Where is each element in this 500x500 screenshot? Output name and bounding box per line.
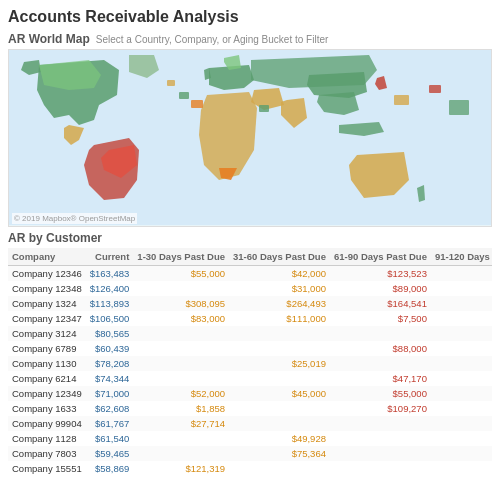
table-row[interactable]: Company 1633$62,608$1,858$109,270 — [8, 401, 492, 416]
world-map[interactable]: © 2019 Mapbox® OpenStreetMap — [8, 49, 492, 227]
table-row[interactable]: Company 12349$71,000$52,000$45,000$55,00… — [8, 386, 492, 401]
table-cell-d61_90: $164,541 — [330, 296, 431, 311]
table-cell-current: $61,540 — [86, 431, 134, 446]
table-cell-d61_90: $55,000 — [330, 386, 431, 401]
page-title: Accounts Receivable Analysis — [8, 8, 492, 26]
table-cell-d61_90: $123,523 — [330, 266, 431, 282]
table-row[interactable]: Company 12346$163,483$55,000$42,000$123,… — [8, 266, 492, 282]
table-cell-d1_30 — [133, 356, 229, 371]
table-cell-company: Company 12347 — [8, 311, 86, 326]
col-1-30[interactable]: 1-30 Days Past Due — [133, 248, 229, 266]
table-cell-d91_120 — [431, 401, 492, 416]
table-cell-d31_60: $45,000 — [229, 386, 330, 401]
table-cell-company: Company 12349 — [8, 386, 86, 401]
table-cell-d91_120 — [431, 356, 492, 371]
table-cell-d31_60: $25,019 — [229, 356, 330, 371]
table-cell-d61_90: $109,270 — [330, 401, 431, 416]
table-cell-d1_30 — [133, 446, 229, 461]
table-cell-d61_90 — [330, 326, 431, 341]
table-cell-d1_30: $52,000 — [133, 386, 229, 401]
table-cell-current: $80,565 — [86, 326, 134, 341]
table-row[interactable]: Company 3124$80,565 — [8, 326, 492, 341]
table-row[interactable]: Company 99904$61,767$27,714 — [8, 416, 492, 431]
svg-rect-7 — [179, 92, 189, 99]
table-cell-d31_60: $42,000 — [229, 266, 330, 282]
table-row[interactable]: Company 1128$61,540$49,928 — [8, 431, 492, 446]
table-cell-d91_120 — [431, 431, 492, 446]
table-cell-d1_30: $55,000 — [133, 266, 229, 282]
table-cell-company: Company 1130 — [8, 356, 86, 371]
table-cell-d31_60 — [229, 416, 330, 431]
table-cell-current: $60,439 — [86, 341, 134, 356]
col-company[interactable]: Company — [8, 248, 86, 266]
table-cell-current: $74,344 — [86, 371, 134, 386]
table-cell-d91_120 — [431, 326, 492, 341]
table-cell-d31_60 — [229, 326, 330, 341]
table-cell-d1_30: $27,714 — [133, 416, 229, 431]
table-cell-d91_120 — [431, 281, 492, 296]
table-cell-d1_30: $308,095 — [133, 296, 229, 311]
table-row[interactable]: Company 6789$60,439$88,000 — [8, 341, 492, 356]
table-cell-company: Company 12348 — [8, 281, 86, 296]
table-header-row: Company Current 1-30 Days Past Due 31-60… — [8, 248, 492, 266]
col-61-90[interactable]: 61-90 Days Past Due — [330, 248, 431, 266]
table-cell-d1_30 — [133, 371, 229, 386]
table-cell-company: Company 12346 — [8, 266, 86, 282]
table-cell-d31_60 — [229, 371, 330, 386]
table-cell-company: Company 3124 — [8, 326, 86, 341]
table-cell-d61_90: $47,170 — [330, 371, 431, 386]
table-cell-company: Company 1324 — [8, 296, 86, 311]
table-cell-current: $59,465 — [86, 446, 134, 461]
table-cell-d91_120 — [431, 386, 492, 401]
table-cell-current: $106,500 — [86, 311, 134, 326]
table-cell-company: Company 99904 — [8, 416, 86, 431]
table-cell-company: Company 6214 — [8, 371, 86, 386]
table-cell-current: $62,608 — [86, 401, 134, 416]
table-label: AR by Customer — [8, 231, 102, 245]
table-cell-current: $61,767 — [86, 416, 134, 431]
table-cell-d1_30 — [133, 341, 229, 356]
table-cell-d61_90: $88,000 — [330, 341, 431, 356]
table-cell-current: $126,400 — [86, 281, 134, 296]
svg-rect-4 — [429, 85, 441, 93]
map-label: AR World Map — [8, 32, 90, 46]
table-row[interactable]: Company 7803$59,465$75,364 — [8, 446, 492, 461]
table-row[interactable]: Company 1130$78,208$25,019 — [8, 356, 492, 371]
table-cell-company: Company 1633 — [8, 401, 86, 416]
table-cell-d31_60 — [229, 341, 330, 356]
table-cell-current: $113,893 — [86, 296, 134, 311]
table-cell-d61_90 — [330, 416, 431, 431]
table-cell-d91_120 — [431, 341, 492, 356]
table-cell-d61_90 — [330, 356, 431, 371]
table-cell-d1_30 — [133, 281, 229, 296]
table-row[interactable]: Company 15551$58,869$121,319 — [8, 461, 492, 476]
table-cell-d91_120 — [431, 446, 492, 461]
table-cell-d61_90 — [330, 461, 431, 476]
col-91-120[interactable]: 91-120 Days Past Due — [431, 248, 492, 266]
table-cell-d31_60: $49,928 — [229, 431, 330, 446]
table-cell-company: Company 1128 — [8, 431, 86, 446]
table-cell-d61_90: $89,000 — [330, 281, 431, 296]
table-cell-d31_60: $264,493 — [229, 296, 330, 311]
table-section-header: AR by Customer — [8, 231, 492, 245]
table-row[interactable]: Company 12347$106,500$83,000$111,000$7,5… — [8, 311, 492, 326]
col-current[interactable]: Current — [86, 248, 134, 266]
map-section-header: AR World Map Select a Country, Company, … — [8, 32, 492, 46]
table-cell-d31_60 — [229, 401, 330, 416]
table-row[interactable]: Company 12348$126,400$31,000$89,000 — [8, 281, 492, 296]
table-cell-d1_30 — [133, 326, 229, 341]
table-cell-d31_60: $31,000 — [229, 281, 330, 296]
table-cell-current: $71,000 — [86, 386, 134, 401]
table-cell-d31_60: $75,364 — [229, 446, 330, 461]
col-31-60[interactable]: 31-60 Days Past Due — [229, 248, 330, 266]
table-cell-d31_60 — [229, 461, 330, 476]
table-cell-current: $58,869 — [86, 461, 134, 476]
table-row[interactable]: Company 6214$74,344$47,170 — [8, 371, 492, 386]
svg-rect-5 — [449, 100, 469, 115]
table-cell-d61_90 — [330, 446, 431, 461]
table-cell-d31_60: $111,000 — [229, 311, 330, 326]
table-cell-d61_90 — [330, 431, 431, 446]
svg-rect-3 — [394, 95, 409, 105]
table-row[interactable]: Company 1324$113,893$308,095$264,493$164… — [8, 296, 492, 311]
table-cell-company: Company 15551 — [8, 461, 86, 476]
